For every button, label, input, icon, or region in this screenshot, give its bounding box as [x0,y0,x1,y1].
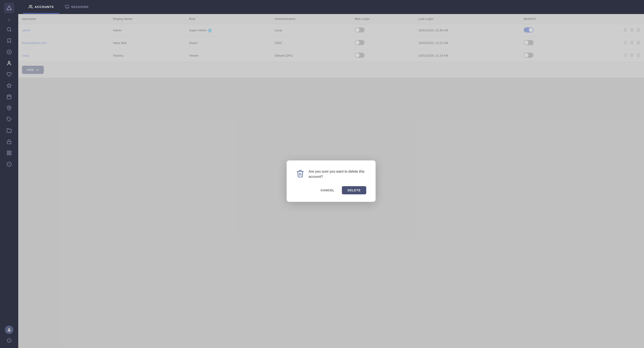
svg-rect-15 [10,151,11,152]
svg-point-11 [8,107,10,108]
sidebar-item-power[interactable] [4,335,14,345]
svg-rect-16 [7,153,9,155]
dialog-actions: CANCEL DELETE [296,186,366,194]
svg-line-2 [10,30,11,31]
svg-marker-0 [7,6,12,10]
tab-accounts-label: ACCOUNTS [35,5,54,9]
top-navigation: ACCOUNTS SESSIONS [18,0,644,14]
tab-sessions-label: SESSIONS [71,5,89,9]
sidebar-item-location[interactable] [4,103,14,113]
tab-accounts[interactable]: ACCOUNTS [23,0,60,13]
svg-marker-4 [9,51,10,53]
sidebar-item-search[interactable] [4,24,14,35]
sidebar-item-users[interactable] [4,58,14,68]
sidebar-item-favorites[interactable] [4,69,14,79]
nav-tabs: ACCOUNTS SESSIONS [23,0,639,13]
sidebar-item-folders[interactable] [4,125,14,136]
sidebar [0,0,18,348]
main-content: Username Display Name Role Authenticatio… [18,14,644,348]
svg-rect-24 [66,5,69,8]
svg-rect-13 [7,141,11,144]
dialog-message: Are you sure you want to delete this acc… [309,169,366,179]
sidebar-item-play[interactable] [4,47,14,57]
user-avatar[interactable] [5,326,13,334]
sidebar-collapse-button[interactable] [6,17,12,23]
svg-rect-7 [7,95,11,99]
sidebar-item-grid[interactable] [4,148,14,158]
dialog-body: Are you sure you want to delete this acc… [296,169,366,180]
svg-rect-14 [7,151,9,152]
app-logo[interactable] [4,3,14,13]
cancel-button[interactable]: CANCEL [316,186,339,194]
tab-sessions[interactable]: SESSIONS [60,0,94,13]
svg-point-23 [30,5,31,6]
svg-point-21 [8,328,10,330]
delete-confirmation-dialog: Are you sure you want to delete this acc… [287,160,376,202]
main-area: ACCOUNTS SESSIONS Username Display Name … [18,0,644,348]
sidebar-item-more[interactable] [4,159,14,169]
svg-rect-17 [10,153,11,155]
svg-point-5 [8,61,10,63]
sidebar-item-security[interactable] [4,137,14,147]
trash-icon [296,169,304,180]
delete-button[interactable]: DELETE [342,186,366,194]
svg-marker-6 [7,83,11,87]
sidebar-item-calendar[interactable] [4,92,14,102]
sidebar-item-bookmark[interactable] [4,35,14,46]
sidebar-item-starred[interactable] [4,80,14,91]
dialog-overlay: Are you sure you want to delete this acc… [18,14,644,348]
sidebar-item-tags[interactable] [4,114,14,124]
